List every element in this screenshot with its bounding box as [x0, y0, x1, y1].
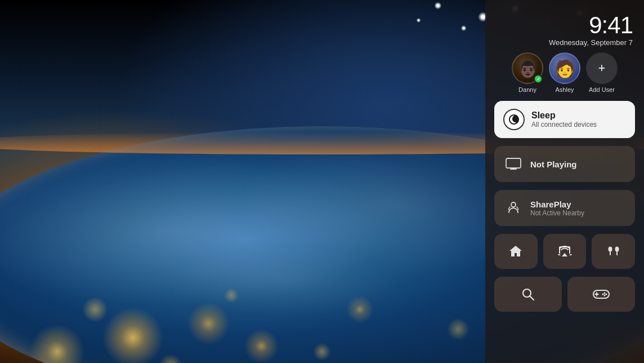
- svg-point-3: [511, 202, 516, 207]
- search-icon: [521, 287, 535, 302]
- svg-line-9: [530, 296, 534, 300]
- user-section: 👨🏿 Danny 🧑 Ashley + Add User: [494, 52, 635, 93]
- shareplay-text: SharePlay Not Active Nearby: [530, 200, 584, 217]
- ashley-emoji: 🧑: [554, 59, 575, 78]
- shareplay-subtitle: Not Active Nearby: [530, 209, 584, 217]
- home-button[interactable]: [494, 234, 538, 269]
- svg-point-15: [604, 295, 606, 296]
- search-button[interactable]: [494, 277, 562, 312]
- danny-active-badge: [534, 74, 543, 83]
- sleep-icon: [508, 113, 520, 126]
- ashley-avatar-wrapper: 🧑: [549, 52, 580, 84]
- control-center-panel: 9:41 Wednesday, September 7 👨🏿 Danny 🧑 A…: [485, 0, 644, 363]
- user-ashley[interactable]: 🧑 Ashley: [549, 52, 580, 93]
- airplay-button[interactable]: [543, 234, 587, 269]
- svg-point-16: [602, 294, 604, 295]
- svg-point-6: [615, 247, 619, 252]
- airplay-icon: [557, 244, 573, 259]
- gamepad-icon: [592, 287, 610, 301]
- sleep-text-block: Sleep All connected devices: [531, 110, 597, 129]
- user-danny[interactable]: 👨🏿 Danny: [512, 52, 543, 93]
- add-user-item[interactable]: + Add User: [586, 52, 618, 93]
- clock-section: 9:41 Wednesday, September 7: [494, 14, 635, 47]
- not-playing-title: Not Playing: [530, 160, 577, 169]
- shareplay-icon: [506, 200, 521, 216]
- svg-point-14: [606, 294, 607, 295]
- not-playing-card[interactable]: Not Playing: [494, 146, 635, 182]
- sleep-subtitle: All connected devices: [531, 121, 597, 129]
- svg-point-4: [608, 247, 612, 252]
- shareplay-title: SharePlay: [530, 200, 584, 209]
- ashley-label: Ashley: [555, 86, 574, 93]
- airpods-button[interactable]: [592, 234, 635, 269]
- sleep-title: Sleep: [531, 110, 597, 121]
- svg-rect-5: [610, 251, 611, 255]
- sleep-icon-wrapper: [503, 109, 525, 130]
- sleep-card[interactable]: Sleep All connected devices: [494, 101, 635, 138]
- ashley-avatar: 🧑: [549, 52, 580, 84]
- svg-rect-7: [616, 251, 618, 255]
- svg-point-13: [604, 293, 606, 294]
- add-user-circle[interactable]: +: [586, 52, 618, 84]
- clock-date: Wednesday, September 7: [494, 38, 633, 47]
- gamepad-button[interactable]: [567, 277, 635, 312]
- monitor-icon-wrapper: [503, 154, 524, 174]
- clock-time: 9:41: [494, 14, 633, 37]
- home-icon: [508, 244, 524, 259]
- not-playing-text: Not Playing: [530, 160, 577, 169]
- icon-grid-row1: [494, 234, 635, 269]
- icon-grid-row2: [494, 277, 635, 312]
- monitor-icon: [506, 158, 521, 170]
- plus-icon: +: [598, 62, 606, 74]
- airpods-icon: [605, 244, 623, 259]
- shareplay-card[interactable]: SharePlay Not Active Nearby: [494, 190, 635, 226]
- danny-label: Danny: [518, 86, 536, 93]
- svg-rect-0: [506, 158, 521, 168]
- shareplay-icon-wrapper: [503, 198, 524, 218]
- add-user-label: Add User: [589, 86, 615, 93]
- danny-avatar-wrapper: 👨🏿: [512, 52, 543, 84]
